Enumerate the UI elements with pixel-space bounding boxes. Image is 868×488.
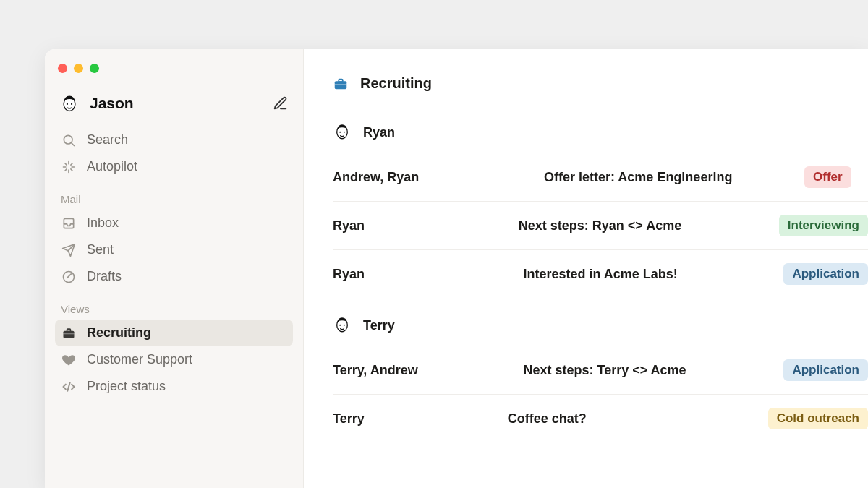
sidebar-item-recruiting[interactable]: Recruiting bbox=[55, 320, 293, 346]
sidebar-item-inbox[interactable]: Inbox bbox=[55, 210, 293, 236]
sparkle-icon bbox=[61, 160, 77, 174]
account-name: Jason bbox=[90, 95, 134, 112]
compose-icon bbox=[273, 95, 289, 111]
briefcase-icon bbox=[333, 76, 349, 92]
mail-subject: Interested in Acme Labs! bbox=[523, 267, 783, 282]
sidebar-item-label: Customer Support bbox=[87, 352, 192, 367]
main-pane: Recruiting Ryan Andrew, Ryan Offer lette… bbox=[304, 49, 868, 488]
sent-icon bbox=[61, 243, 77, 257]
mail-from: Ryan bbox=[333, 267, 523, 282]
group-header[interactable]: Ryan bbox=[333, 112, 868, 153]
search-icon bbox=[61, 133, 77, 147]
svg-line-9 bbox=[67, 382, 69, 391]
app-window: Jason Search Autopilot Mail bbox=[45, 49, 868, 488]
window-close-button[interactable] bbox=[58, 64, 67, 73]
mail-row[interactable]: Andrew, Ryan Offer letter: Acme Engineer… bbox=[333, 153, 868, 201]
search-item[interactable]: Search bbox=[55, 127, 293, 153]
section-label-mail: Mail bbox=[61, 193, 293, 205]
svg-line-7 bbox=[72, 142, 75, 145]
status-tag: Cold outreach bbox=[768, 408, 868, 429]
avatar bbox=[59, 93, 80, 114]
sidebar-item-label: Sent bbox=[87, 242, 114, 257]
mail-subject: Coffee chat? bbox=[508, 411, 768, 427]
mail-subject: Next steps: Terry <> Acme bbox=[523, 363, 783, 378]
mail-from: Andrew, Ryan bbox=[333, 170, 544, 185]
group-header[interactable]: Terry bbox=[333, 305, 868, 346]
mail-row[interactable]: Terry, Andrew Next steps: Terry <> Acme … bbox=[333, 346, 868, 394]
search-label: Search bbox=[87, 132, 128, 147]
sidebar-item-customer-support[interactable]: Customer Support bbox=[55, 346, 293, 373]
status-tag: Application bbox=[783, 359, 868, 381]
mail-from: Terry bbox=[333, 411, 508, 427]
compose-button[interactable] bbox=[273, 95, 289, 111]
view-header: Recruiting bbox=[333, 75, 868, 92]
sidebar-item-label: Inbox bbox=[87, 215, 119, 231]
heart-icon bbox=[61, 353, 77, 367]
status-tag: Offer bbox=[804, 166, 851, 188]
inbox-icon bbox=[61, 216, 77, 231]
status-tag: Application bbox=[783, 263, 868, 285]
mail-row[interactable]: Ryan Next steps: Ryan <> Acme Interviewi… bbox=[333, 201, 868, 249]
sidebar: Jason Search Autopilot Mail bbox=[45, 49, 304, 488]
mail-from: Terry, Andrew bbox=[333, 363, 523, 378]
mail-from: Ryan bbox=[333, 218, 519, 234]
window-minimize-button[interactable] bbox=[74, 64, 83, 73]
avatar bbox=[333, 315, 353, 335]
sidebar-item-drafts[interactable]: Drafts bbox=[55, 263, 293, 290]
briefcase-icon bbox=[61, 326, 77, 341]
section-label-views: Views bbox=[61, 303, 293, 315]
sidebar-item-label: Drafts bbox=[87, 269, 122, 284]
mail-subject: Offer letter: Acme Engineering bbox=[544, 170, 804, 185]
mail-subject: Next steps: Ryan <> Acme bbox=[519, 218, 779, 234]
group-name: Ryan bbox=[363, 125, 395, 140]
account-row[interactable]: Jason bbox=[55, 90, 293, 127]
mail-row[interactable]: Terry Coffee chat? Cold outreach bbox=[333, 394, 868, 442]
mail-row[interactable]: Ryan Interested in Acme Labs! Applicatio… bbox=[333, 249, 868, 298]
group-name: Terry bbox=[363, 318, 395, 333]
window-zoom-button[interactable] bbox=[90, 64, 99, 73]
autopilot-item[interactable]: Autopilot bbox=[55, 153, 293, 180]
sidebar-item-label: Project status bbox=[87, 379, 166, 394]
drafts-icon bbox=[61, 270, 77, 284]
sidebar-item-label: Recruiting bbox=[87, 325, 151, 341]
code-icon bbox=[61, 380, 77, 394]
autopilot-label: Autopilot bbox=[87, 159, 137, 174]
sidebar-item-sent[interactable]: Sent bbox=[55, 236, 293, 263]
status-tag: Interviewing bbox=[779, 215, 868, 236]
avatar bbox=[333, 122, 353, 142]
view-title: Recruiting bbox=[360, 75, 432, 92]
window-controls bbox=[55, 62, 293, 90]
sidebar-item-project-status[interactable]: Project status bbox=[55, 373, 293, 400]
